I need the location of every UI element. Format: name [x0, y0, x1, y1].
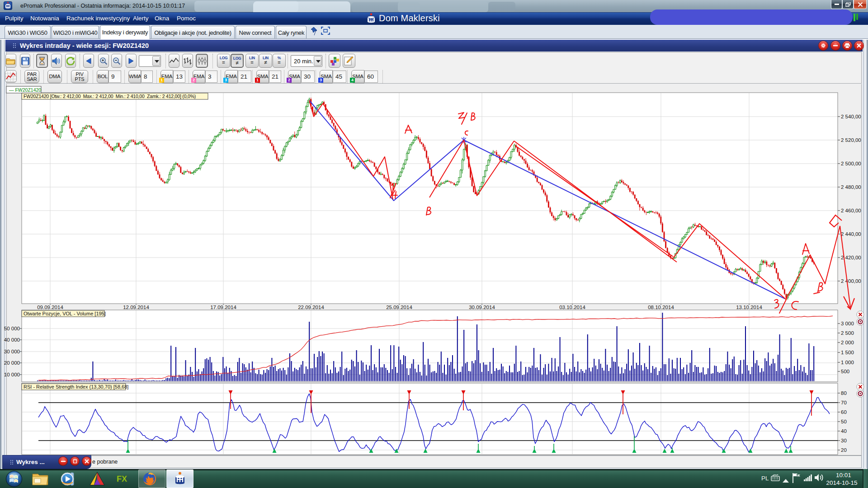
svg-text:FX: FX: [117, 474, 127, 483]
